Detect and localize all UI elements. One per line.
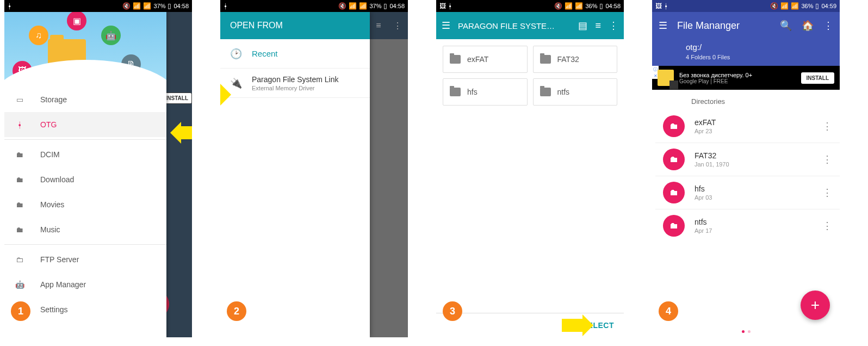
footer-bar: SELECT [436, 313, 624, 337]
usb-icon: ⍿ [8, 2, 11, 10]
folder-icon: 🖿 [663, 149, 685, 170]
sort-icon[interactable]: ≡ [376, 21, 381, 30]
wifi-icon: 📶 [349, 2, 357, 10]
mute-icon: 🔇 [770, 2, 778, 10]
folder-tile-fat32[interactable]: FAT32 [533, 46, 618, 73]
screen-2: ⍿ 🔇 📶 📶 37% ▯ 04:58 ≡ ⋮ OPEN FROM 🕑 Rece… [220, 0, 408, 337]
usb-icon: ⍿ [14, 120, 25, 129]
battery-text: 37% [153, 3, 165, 9]
list-item-ntfs[interactable]: 🖿 ntfs Apr 17 ⋮ [655, 209, 840, 242]
drawer-item-ftp[interactable]: 🗀 FTP Server [4, 247, 166, 272]
bg-toolbar: ≡ ⋮ [370, 12, 408, 39]
folder-icon: 🖿 [663, 115, 685, 137]
wifi-icon: 📶 [565, 2, 573, 10]
sort-icon[interactable]: ≡ [595, 20, 601, 32]
paragon-provider-row[interactable]: 🔌 Paragon File System Link External Memo… [220, 69, 370, 98]
status-bar: 🖼⍿ 🔇 📶 📶 36% ▯ 04:58 [436, 0, 624, 12]
item-overflow-icon[interactable]: ⋮ [822, 153, 832, 165]
android-icon: 🤖 [14, 280, 25, 289]
screen-3: 🖼⍿ 🔇 📶 📶 36% ▯ 04:58 ☰ PARAGON FILE SYST… [436, 0, 624, 337]
fab-add-button[interactable]: + [801, 291, 830, 320]
item-date: Apr 23 [695, 128, 813, 134]
item-overflow-icon[interactable]: ⋮ [822, 187, 832, 199]
home-icon[interactable]: 🏠 [802, 20, 814, 32]
background-panel [166, 12, 192, 337]
signal-icon: 📶 [575, 2, 583, 10]
item-date: Jan 01, 1970 [695, 161, 813, 168]
drawer-label: Download [40, 175, 74, 184]
paragon-icon: 🔌 [230, 78, 242, 89]
item-name: exFAT [695, 118, 813, 127]
drawer-item-otg[interactable]: ⍿ OTG [4, 112, 166, 137]
ad-thumbnail [658, 70, 674, 86]
folder-tile-exfat[interactable]: exFAT [443, 46, 528, 73]
folder-icon: 🖿 [663, 215, 685, 237]
screen-4: 🖼⍿ 🔇 📶 📶 36% ▯ 04:59 ☰ File Mananger 🔍 🏠… [652, 0, 840, 337]
app-bar-title: PARAGON FILE SYSTE… [458, 21, 571, 30]
step-badge: 3 [443, 301, 462, 321]
status-bar: 🖼⍿ 🔇 📶 📶 36% ▯ 04:59 [652, 0, 840, 12]
battery-icon: ▯ [815, 2, 819, 10]
ad-install-button[interactable]: INSTALL [801, 72, 834, 84]
folder-tile-ntfs[interactable]: ntfs [533, 78, 618, 106]
battery-text: 36% [585, 3, 597, 9]
recent-label: Recent [252, 49, 278, 58]
image-icon: 🖼 [655, 2, 662, 10]
music-icon: ♫ [29, 26, 48, 45]
folder-icon [450, 88, 461, 96]
clock-text: 04:58 [605, 3, 621, 9]
overflow-icon[interactable]: ⋮ [609, 20, 618, 32]
ad-headline: Без звонка диспетчеру. 0+ [679, 72, 796, 78]
signal-icon: 📶 [359, 2, 367, 10]
folder-icon [540, 55, 551, 64]
folder-icon: 🖿 [14, 175, 25, 184]
overflow-icon[interactable]: ⋮ [393, 21, 402, 31]
ad-subtitle: Google Play | FREE [679, 78, 796, 84]
drawer-item-download[interactable]: 🖿 Download [4, 167, 166, 192]
drawer-item-dcim[interactable]: 🖿 DCIM [4, 142, 166, 167]
page-indicator [742, 330, 751, 333]
overflow-icon[interactable]: ⋮ [823, 20, 833, 32]
search-icon[interactable]: 🔍 [780, 20, 792, 32]
drawer-label: DCIM [40, 150, 60, 159]
mute-icon: 🔇 [338, 2, 346, 10]
folder-icon: 🖿 [14, 150, 25, 159]
section-header: Directories [652, 90, 840, 110]
recent-row[interactable]: 🕑 Recent [220, 39, 370, 69]
usb-icon: ⍿ [448, 2, 452, 10]
folder-icon [540, 88, 551, 96]
hamburger-icon[interactable]: ☰ [659, 20, 667, 32]
wifi-icon: 📶 [133, 2, 141, 10]
folder-label: exFAT [467, 55, 488, 64]
provider-title: Paragon File System Link [252, 75, 339, 84]
drawer-item-music[interactable]: 🖿 Music [4, 217, 166, 242]
drawer-label: Music [40, 225, 60, 234]
battery-icon: ▯ [599, 2, 603, 10]
battery-text: 37% [369, 3, 381, 9]
list-item-exfat[interactable]: 🖿 exFAT Apr 23 ⋮ [655, 110, 840, 143]
mute-icon: 🔇 [554, 2, 562, 10]
item-overflow-icon[interactable]: ⋮ [822, 220, 832, 232]
app-bar: ☰ File Mananger 🔍 🏠 ⋮ otg:/ 4 Folders 0 … [652, 12, 840, 66]
battery-icon: ▯ [168, 2, 171, 10]
drawer-item-app-manager[interactable]: 🤖 App Manager [4, 272, 166, 297]
clock-text: 04:58 [173, 3, 189, 9]
item-date: Apr 17 [695, 227, 813, 234]
drawer-item-movies[interactable]: 🖿 Movies [4, 192, 166, 217]
ad-banner[interactable]: ⓘ✕ Без звонка диспетчеру. 0+ Google Play… [652, 66, 840, 90]
hamburger-icon[interactable]: ☰ [442, 20, 450, 32]
item-name: ntfs [695, 218, 813, 226]
item-overflow-icon[interactable]: ⋮ [822, 120, 832, 132]
list-item-fat32[interactable]: 🖿 FAT32 Jan 01, 1970 ⋮ [655, 143, 840, 176]
folder-label: FAT32 [557, 55, 579, 64]
signal-icon: 📶 [791, 2, 799, 10]
list-item-hfs[interactable]: 🖿 hfs Apr 03 ⋮ [655, 176, 840, 209]
folder-tile-hfs[interactable]: hfs [443, 78, 528, 106]
drawer-label: Settings [40, 305, 68, 314]
app-bar: ☰ PARAGON FILE SYSTE… ▤ ≡ ⋮ [436, 12, 624, 39]
folder-icon: 🖿 [663, 182, 685, 203]
grid-view-icon[interactable]: ▤ [578, 20, 587, 32]
drawer-item-storage[interactable]: ▭ Storage [4, 87, 166, 112]
provider-subtitle: External Memory Driver [252, 85, 339, 91]
scrim[interactable] [370, 12, 408, 337]
